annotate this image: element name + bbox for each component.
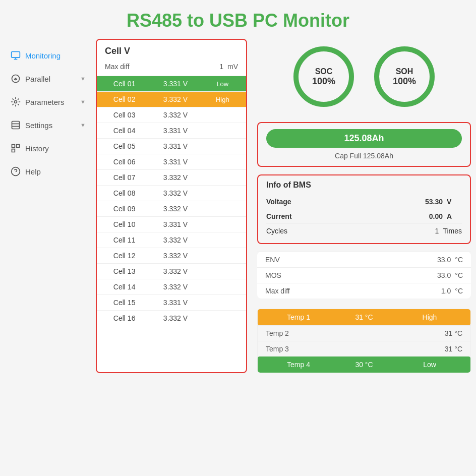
temp-name: Temp 2 bbox=[266, 329, 289, 337]
capacity-box: 125.08Ah Cap Full 125.08Ah bbox=[257, 122, 471, 167]
cell-panel: Cell V Max diff 1 mV Cell 013.331 VLowCe… bbox=[96, 39, 247, 373]
bms-rows: Voltage53.30VCurrent0.00ACycles1Times bbox=[266, 195, 462, 238]
cell-status bbox=[199, 158, 246, 165]
sidebar-item-settings[interactable]: Settings ▼ bbox=[5, 113, 91, 137]
help-icon bbox=[10, 166, 21, 177]
soh-widget: SOH 100% bbox=[372, 44, 437, 109]
temp-status: High bbox=[397, 313, 462, 321]
cell-name: Cell 03 bbox=[97, 107, 152, 123]
bms-info-row: Voltage53.30V bbox=[266, 195, 462, 209]
cell-row: Cell 103.331 V bbox=[97, 216, 246, 232]
sidebar-item-help[interactable]: Help bbox=[5, 160, 91, 183]
svg-rect-6 bbox=[12, 122, 20, 129]
bms-label: Current bbox=[266, 212, 292, 220]
bms-value: 1 bbox=[413, 227, 439, 235]
bms-info-row: Cycles1Times bbox=[266, 224, 462, 238]
temp-status: Low bbox=[397, 361, 462, 369]
temp-name: Temp 1 bbox=[266, 313, 331, 321]
env-row: Max diff1.0°C bbox=[257, 283, 471, 299]
env-label: ENV bbox=[265, 256, 280, 264]
sidebar-item-label-parallel: Parallel bbox=[25, 75, 50, 83]
bms-label: Voltage bbox=[266, 198, 291, 206]
cell-row: Cell 113.332 V bbox=[97, 232, 246, 248]
cell-voltage: 3.331 V bbox=[152, 76, 199, 91]
svg-point-5 bbox=[15, 101, 17, 103]
cell-voltage: 3.331 V bbox=[152, 217, 199, 232]
cell-panel-title: Cell V bbox=[97, 40, 246, 61]
env-label: MOS bbox=[265, 271, 281, 279]
cell-status bbox=[199, 174, 246, 181]
bms-unit: Times bbox=[443, 227, 462, 235]
cell-name: Cell 10 bbox=[97, 217, 152, 232]
env-unit: °C bbox=[455, 271, 463, 279]
bms-label: Cycles bbox=[266, 227, 287, 235]
soh-value: 100% bbox=[393, 76, 416, 87]
cell-status bbox=[199, 127, 246, 134]
cell-name: Cell 09 bbox=[97, 201, 152, 216]
sidebar-item-parameters[interactable]: Parameters ▼ bbox=[5, 90, 91, 113]
temp-value: 31 °C bbox=[445, 345, 462, 353]
cell-voltage: 3.332 V bbox=[152, 201, 199, 216]
maxdiff-value: 1 bbox=[219, 63, 223, 71]
cell-row: Cell 163.332 V bbox=[97, 310, 246, 326]
cell-row: Cell 143.332 V bbox=[97, 279, 246, 294]
soc-soh-row: SOC 100% SOH 100% bbox=[257, 39, 471, 114]
cell-rows: Cell 013.331 VLowCell 023.332 VHighCell … bbox=[97, 76, 246, 326]
cell-row: Cell 093.332 V bbox=[97, 201, 246, 216]
cell-row: Cell 083.332 V bbox=[97, 185, 246, 201]
history-icon bbox=[10, 143, 21, 154]
chevron-icon: ▼ bbox=[80, 122, 86, 128]
cell-row: Cell 123.332 V bbox=[97, 248, 246, 263]
sidebar-item-monitoring[interactable]: Monitoring bbox=[5, 44, 91, 67]
cell-row: Cell 073.332 V bbox=[97, 169, 246, 185]
cell-voltage: 3.332 V bbox=[152, 92, 199, 107]
sidebar-item-label-settings: Settings bbox=[25, 121, 52, 130]
bms-info-title: Info of BMS bbox=[266, 181, 462, 190]
env-unit: °C bbox=[455, 256, 463, 264]
temp-highlight-row: Temp 430 °CLow bbox=[258, 356, 470, 373]
bms-value: 0.00 bbox=[418, 212, 443, 220]
cell-status bbox=[199, 205, 246, 212]
main-content: Cell V Max diff 1 mV Cell 013.331 VLowCe… bbox=[91, 39, 471, 373]
cell-name: Cell 16 bbox=[97, 311, 152, 326]
cell-row: Cell 133.332 V bbox=[97, 263, 246, 279]
bms-info-row: Current0.00A bbox=[266, 209, 462, 224]
maxdiff-label: Max diff bbox=[105, 63, 130, 71]
cell-row: Cell 153.331 V bbox=[97, 294, 246, 310]
cell-row: Cell 053.331 V bbox=[97, 138, 246, 154]
bms-value-group: 53.30V bbox=[418, 198, 462, 206]
cell-voltage: 3.332 V bbox=[152, 186, 199, 201]
temp-value: 30 °C bbox=[331, 361, 397, 369]
temp-plain-row: Temp 231 °C bbox=[258, 325, 470, 341]
cell-status bbox=[199, 190, 246, 197]
temp-rows: Temp 131 °CHighTemp 231 °CTemp 331 °CTem… bbox=[258, 309, 470, 373]
sidebar-item-label-monitoring: Monitoring bbox=[25, 51, 61, 60]
cell-status bbox=[199, 315, 246, 322]
sidebar-item-label-help: Help bbox=[25, 167, 41, 176]
env-value-group: 33.0°C bbox=[437, 271, 463, 279]
sidebar-item-history[interactable]: History bbox=[5, 137, 91, 160]
sidebar-item-parallel[interactable]: Parallel ▼ bbox=[5, 67, 91, 90]
env-row: MOS33.0°C bbox=[257, 267, 471, 283]
cell-name: Cell 15 bbox=[97, 295, 152, 310]
cell-voltage: 3.332 V bbox=[152, 248, 199, 263]
cell-status bbox=[199, 252, 246, 259]
temp-table: Temp 131 °CHighTemp 231 °CTemp 331 °CTem… bbox=[257, 309, 471, 373]
sidebar-item-label-history: History bbox=[25, 144, 49, 153]
cell-name: Cell 02 bbox=[97, 92, 152, 107]
temp-value-group: 31 °C bbox=[445, 345, 462, 353]
cell-name: Cell 14 bbox=[97, 279, 152, 294]
env-row: ENV33.0°C bbox=[257, 252, 471, 267]
cell-voltage: 3.331 V bbox=[152, 139, 199, 154]
parameters-icon bbox=[10, 96, 21, 107]
svg-point-4 bbox=[15, 78, 16, 79]
env-value: 33.0 bbox=[437, 271, 451, 279]
cell-name: Cell 08 bbox=[97, 186, 152, 201]
env-unit: °C bbox=[455, 287, 463, 295]
page-title: RS485 to USB PC Monitor bbox=[0, 0, 476, 39]
env-section: ENV33.0°CMOS33.0°CMax diff1.0°C bbox=[257, 252, 471, 299]
env-value-group: 33.0°C bbox=[437, 256, 463, 264]
soc-title: SOC bbox=[312, 67, 335, 76]
sidebar: Monitoring Parallel ▼ Parameters ▼ bbox=[5, 39, 91, 373]
cell-status: High bbox=[199, 92, 246, 107]
